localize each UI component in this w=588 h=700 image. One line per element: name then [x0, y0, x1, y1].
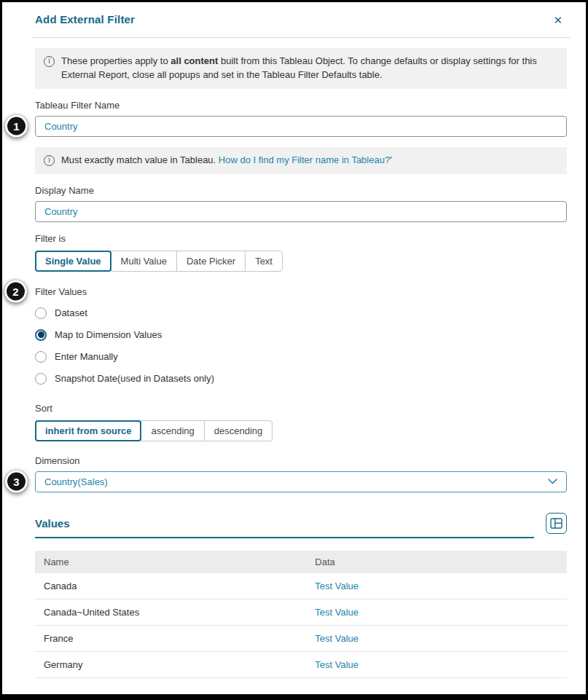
- test-value-link[interactable]: Test Value: [306, 573, 567, 599]
- filter-values-label-text: Filter Values: [35, 286, 87, 297]
- radio-dataset[interactable]: Dataset: [35, 302, 567, 324]
- column-header-data: Data: [306, 551, 567, 573]
- sort-option-inherit-from-source[interactable]: inherit from source: [35, 420, 141, 441]
- filter-values-radio-group: Dataset Map to Dimension Values Enter Ma…: [35, 302, 567, 390]
- sort-option-ascending[interactable]: ascending: [141, 420, 204, 441]
- column-header-name: Name: [35, 551, 306, 573]
- filter-is-option-single-value[interactable]: Single Value: [35, 251, 111, 272]
- dialog-header: Add External Filter ✕: [35, 2, 567, 27]
- value-name-cell: Canada: [35, 573, 306, 599]
- radio-circle-selected-icon[interactable]: [35, 329, 47, 341]
- info-banner-text: These properties apply to all content bu…: [61, 55, 558, 82]
- filter-is-option-text[interactable]: Text: [245, 251, 283, 272]
- table-row: Germany Test Value: [35, 651, 567, 677]
- values-section-header: Values: [35, 513, 567, 538]
- radio-snapshot-date-label: Snapshot Date(used in Datasets only): [55, 373, 214, 384]
- add-external-filter-dialog: Add External Filter ✕ i These properties…: [0, 0, 588, 700]
- chevron-down-icon: [548, 479, 557, 484]
- filter-values-label: 2 Filter Values: [35, 286, 567, 297]
- radio-enter-manually[interactable]: Enter Manually: [35, 346, 567, 368]
- filter-name-help-link[interactable]: How do I find my Filter name in Tableau?: [219, 154, 390, 165]
- tableau-filter-name-input[interactable]: 1 Country: [35, 116, 567, 137]
- match-note-banner: i Must exactly match value in Tableau. H…: [35, 147, 567, 174]
- tableau-filter-name-value: Country: [44, 121, 78, 132]
- filter-is-option-multi-value[interactable]: Multi Value: [111, 251, 177, 272]
- info-text-bold: all content: [170, 55, 218, 66]
- display-name-input[interactable]: Country: [35, 201, 567, 222]
- values-table-header-row: Name Data: [35, 551, 567, 573]
- sort-segmented-control: inherit from source ascending descending: [35, 420, 273, 441]
- tableau-filter-name-label: Tableau Filter Name: [35, 100, 567, 111]
- table-row: Canada Test Value: [35, 573, 567, 599]
- dimension-select-value: Country(Sales): [44, 476, 108, 487]
- value-name-cell: France: [35, 625, 306, 651]
- sort-option-descending[interactable]: descending: [204, 420, 273, 441]
- radio-enter-manually-label: Enter Manually: [55, 351, 118, 362]
- step-badge-2: 2: [4, 280, 27, 303]
- radio-circle-icon[interactable]: [35, 351, 47, 363]
- close-icon[interactable]: ✕: [550, 13, 565, 27]
- radio-snapshot-date[interactable]: Snapshot Date(used in Datasets only): [35, 368, 567, 390]
- test-value-link[interactable]: Test Value: [306, 625, 567, 651]
- filter-is-segmented-control: Single Value Multi Value Date Picker Tex…: [35, 251, 283, 272]
- value-name-cell: Canada~United States: [35, 599, 306, 625]
- radio-map-to-dimension-values-label: Map to Dimension Values: [55, 329, 162, 340]
- values-table: Name Data Canada Test Value Canada~Unite…: [35, 551, 567, 678]
- step-badge-1: 1: [5, 115, 28, 138]
- filter-is-option-date-picker[interactable]: Date Picker: [176, 251, 246, 272]
- value-name-cell: Germany: [35, 651, 306, 677]
- filter-is-label: Filter is: [35, 233, 567, 244]
- radio-dataset-label: Dataset: [55, 307, 87, 318]
- test-value-link[interactable]: Test Value: [306, 651, 567, 677]
- match-note-pre: Must exactly match value in Tableau.: [61, 154, 219, 165]
- display-name-value: Country: [44, 206, 78, 217]
- match-note-text: Must exactly match value in Tableau. How…: [61, 154, 392, 168]
- sort-label: Sort: [35, 403, 567, 414]
- info-text-pre: These properties apply to: [61, 55, 170, 66]
- info-icon: i: [44, 155, 55, 166]
- values-section-title: Values: [35, 517, 70, 530]
- display-name-label: Display Name: [35, 185, 567, 196]
- radio-circle-icon[interactable]: [35, 373, 47, 385]
- info-banner: i These properties apply to all content …: [35, 48, 567, 89]
- info-icon: i: [44, 56, 55, 67]
- header-divider: [31, 37, 571, 38]
- dialog-title: Add External Filter: [35, 13, 135, 25]
- table-row: France Test Value: [35, 625, 567, 651]
- dimension-select[interactable]: 3 Country(Sales): [35, 471, 567, 492]
- test-value-link[interactable]: Test Value: [306, 599, 567, 625]
- match-note-suffix: ': [390, 154, 391, 165]
- step-badge-3: 3: [5, 471, 28, 493]
- table-view-button[interactable]: [546, 513, 567, 534]
- table-columns-icon: [550, 518, 562, 529]
- radio-circle-icon[interactable]: [35, 307, 47, 319]
- radio-map-to-dimension-values[interactable]: Map to Dimension Values: [35, 324, 567, 346]
- values-heading-underline: Values: [35, 517, 534, 538]
- table-row: Canada~United States Test Value: [35, 599, 567, 625]
- dimension-label: Dimension: [35, 455, 567, 466]
